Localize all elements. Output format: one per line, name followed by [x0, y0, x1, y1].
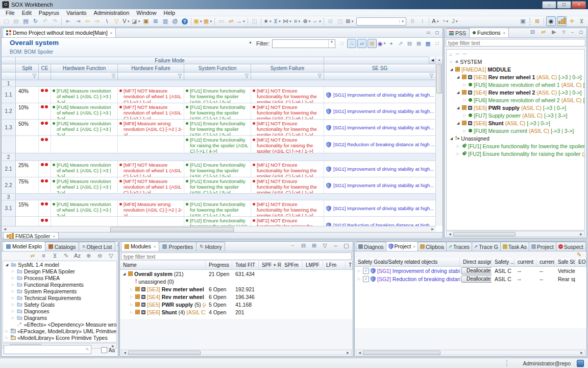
filter-funnel-icon[interactable] [317, 74, 322, 79]
expand-all-button[interactable]: ⊕ [84, 251, 93, 260]
horizontal-scroll-thumb[interactable] [128, 351, 201, 355]
safety-tab-diagnos[interactable]: Diagnos [356, 242, 386, 251]
dropdown-icon[interactable]: ▼ [278, 20, 281, 23]
table-cell[interactable]: [MF1] NOT Ensure functionality for lower… [251, 177, 324, 194]
row-number-cell[interactable]: 2.1 [2, 161, 16, 177]
table-cell[interactable]: [MF1] NOT Ensure functionality for lower… [251, 120, 324, 136]
table-horizontal-scrollbar[interactable]: ◀ ▶ [2, 226, 436, 232]
tab-close-icon[interactable]: × [503, 31, 506, 35]
table-cell[interactable]: [FU1] Ensure functionality for lowering … [184, 161, 251, 177]
collapse-all-button[interactable]: ⊟ [528, 28, 537, 36]
fmeda-tab-close-icon[interactable]: × [53, 234, 55, 239]
expander-open-icon[interactable]: ◢ [449, 67, 454, 72]
tree-item[interactable]: ▷[FU5] Measure revolution of wheel 1 (AS… [447, 81, 584, 88]
scroll-right-icon[interactable]: ▶ [578, 350, 585, 356]
table-cell[interactable]: [MF8] Measure wrong revolution (ASIL C) … [118, 120, 184, 136]
link-elements-button[interactable]: ⇌ [227, 17, 235, 26]
validate-button[interactable]: V▼ [122, 17, 131, 26]
scroll-right-icon[interactable]: ▶ [429, 226, 436, 232]
table-settings-button[interactable]: ⊞▼ [346, 17, 354, 26]
table-row[interactable]: 1.210%[FU5] Measure revolution of wheel … [2, 103, 436, 120]
fit-width-button[interactable]: ⇔▼ [312, 17, 322, 26]
expander-open-icon[interactable]: ◢ [122, 272, 127, 276]
bold-button[interactable]: B [408, 17, 417, 26]
expander-closed-icon[interactable]: ▷ [11, 296, 15, 300]
trace-arrow-button[interactable]: →▼ [236, 17, 246, 26]
tree-item[interactable]: ▷◆SYSTEM [447, 58, 584, 65]
dropdown-icon[interactable]: ▼ [351, 20, 354, 23]
filter-combobox[interactable]: ▼ [272, 39, 335, 48]
safety-column-safe-st-[interactable]: Safe St... [555, 258, 575, 266]
scroll-left-icon[interactable]: ◀ [447, 232, 453, 237]
forward-icon[interactable]: ⇨ [462, 51, 467, 57]
sesg-cell[interactable]: [SG1] Improvement of driving stability a… [324, 200, 436, 217]
functions-tab-pss[interactable]: PSS [446, 28, 470, 37]
table-cell[interactable]: [FU2] Ensure functionality for raising t… [184, 217, 251, 226]
table-vertical-scrollbar[interactable]: ▲ [435, 57, 443, 226]
scroll-left-icon[interactable]: ◀ [2, 226, 8, 232]
forward-button[interactable]: ⇨ [93, 17, 102, 26]
safety-perspective-button[interactable]: ✛ [568, 17, 576, 26]
menu-file[interactable]: File [2, 9, 18, 16]
table-cell[interactable]: [FU5] Measure revolution of wheel 1 (ASI… [51, 200, 118, 217]
safety-tab-project[interactable]: Project× [386, 241, 418, 251]
grid-dots-button[interactable]: ∷ [433, 39, 442, 48]
table-row[interactable]: [FU2] Ensure functionality for raising t… [2, 136, 436, 153]
customize-view-button[interactable]: ✎ [62, 251, 70, 260]
save-button[interactable]: ▤ [12, 17, 20, 26]
safety-goal-row[interactable]: ▷✓[SG1] Improvement of driving stability… [355, 267, 586, 275]
promote-button[interactable]: ⇤ [64, 17, 72, 26]
ce-cell[interactable] [39, 136, 51, 153]
expander-open-icon[interactable]: ◢ [456, 106, 460, 110]
tree-item[interactable]: ▷Design FMEA Spoiler [3, 268, 116, 274]
table-cell[interactable]: [FU1] Ensure functionality for lowering … [184, 177, 251, 194]
dropdown-icon[interactable]: ▼ [127, 20, 130, 23]
open-catalog-button[interactable]: ▣ [141, 17, 150, 26]
vertical-scroll-thumb[interactable] [436, 64, 442, 94]
expander-closed-icon[interactable]: ▷ [456, 152, 460, 156]
highlight-button[interactable]: ◔▼ [441, 17, 450, 26]
functions-horizontal-scrollbar[interactable]: ◀ ▶ [446, 231, 585, 237]
expander-closed-icon[interactable]: ▷ [357, 269, 361, 273]
expander-closed-icon[interactable]: ▷ [462, 113, 467, 118]
safety-tab-trace-g[interactable]: ⇗Trace G [472, 242, 501, 251]
filter-dropdown-icon[interactable]: ▼ [328, 40, 335, 48]
expander-closed-icon[interactable]: ▷ [456, 144, 460, 148]
expander-closed-icon[interactable]: ▷ [5, 329, 9, 333]
tree-item[interactable]: ▷[FU7] Supply power (ASIL C) [->3 | 3->] [447, 111, 584, 119]
modules-row[interactable]: ▷N[SE6] Shunt (4) (ASIL C) [->3 | 0-4 Op… [120, 308, 353, 316]
scroll-up-icon[interactable]: ▲ [436, 57, 443, 63]
expander-closed-icon[interactable]: ▷ [462, 129, 467, 133]
table-cell[interactable]: [FU2] Ensure functionality for raising t… [184, 136, 251, 153]
safety-tab-traces[interactable]: ⇗Traces [446, 242, 472, 251]
safety-horizontal-scrollbar[interactable]: ◀ ▶ [356, 350, 585, 355]
expander-closed-icon[interactable]: ▷ [5, 336, 9, 340]
row-number-cell[interactable] [2, 217, 16, 226]
collapse-all-button[interactable]: ⊟ [406, 39, 414, 48]
expand-all-button[interactable]: ⊞ [310, 241, 318, 250]
split-cell[interactable]: 50% [16, 120, 39, 136]
modules-column-total-fit[interactable]: Total FIT [232, 261, 259, 269]
new-button[interactable]: ▢ [2, 17, 11, 26]
modules-row[interactable]: ▷N[SE3] Rev meter wheel 1 (6) (ASIL6 Ope… [120, 285, 353, 293]
filter-funnel-icon[interactable] [32, 74, 37, 79]
refresh-button[interactable]: ↻ [31, 17, 40, 26]
row-number-cell[interactable]: 3.1 [2, 200, 16, 217]
row-number-cell[interactable] [2, 136, 16, 153]
view-menu-icon[interactable]: ▽ [585, 243, 587, 250]
sesg-cell[interactable]: [SG2] Reduction of breaking distance at … [324, 136, 436, 153]
dropdown-icon[interactable]: ▼ [269, 20, 272, 23]
table-group-row[interactable]: 1 [2, 80, 436, 87]
modules-row[interactable]: ▷N[SE5] PWR supply (5) (ASIL C) [->5 Ope… [120, 301, 353, 308]
expander-closed-icon[interactable]: ▷ [462, 83, 467, 87]
row-number-cell[interactable]: 2.2 [2, 177, 16, 194]
filter-funnel-icon[interactable] [111, 74, 116, 79]
chart-gantt-button[interactable]: ▱ [357, 39, 366, 48]
expander-closed-icon[interactable]: ▷ [11, 276, 15, 280]
sesg-cell[interactable]: [SG1] Improvement of driving stability a… [324, 120, 436, 136]
tree-item[interactable]: ▷Safety Goals [3, 301, 116, 308]
table-cell[interactable]: [MF2] NOT Ensure functionality for raisi… [251, 217, 324, 226]
zoom-button[interactable]: ⊕▼ [303, 17, 311, 26]
table-cell[interactable]: [MF7] NOT Measure revolution of wheel 1 … [118, 177, 184, 194]
row-number-cell[interactable]: 1.3 [2, 120, 16, 136]
